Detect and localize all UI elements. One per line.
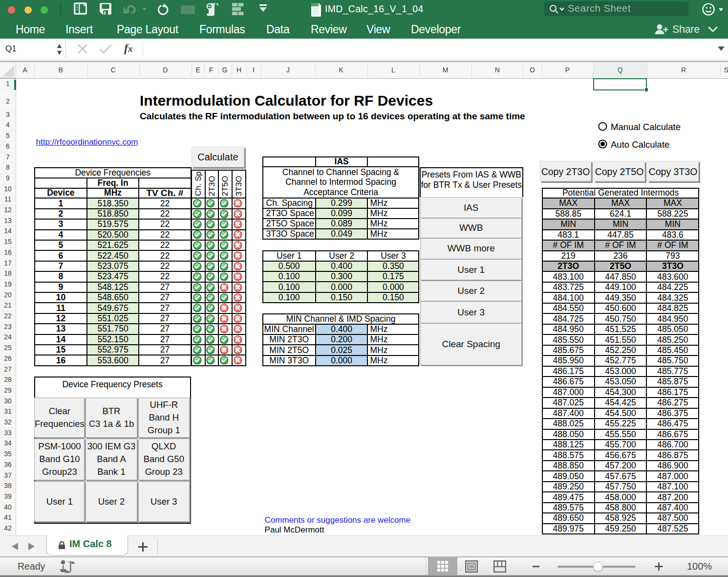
svg-text:2T3O: 2T3O — [207, 176, 216, 196]
svg-text:2T5O: 2T5O — [221, 176, 230, 196]
svg-text:3T3O: 3T3O — [235, 176, 243, 196]
svg-text:Ch. Sp: Ch. Sp — [194, 172, 203, 196]
